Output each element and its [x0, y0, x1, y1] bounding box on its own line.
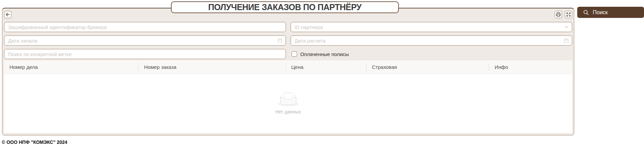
search-button-label: Поиск	[593, 9, 608, 16]
magnifier-icon	[583, 9, 589, 16]
column-header-order-number: Номер заказа	[139, 60, 286, 74]
column-header-info: Инфо	[489, 60, 572, 74]
tag-search-field-wrap	[4, 49, 286, 59]
column-header-case-number: Номер дела	[4, 60, 139, 74]
date-start-input[interactable]	[4, 35, 286, 46]
fullscreen-icon	[566, 12, 571, 17]
partner-id-select[interactable]	[291, 22, 573, 32]
calendar-icon[interactable]	[277, 38, 283, 43]
broker-id-field-wrap	[4, 22, 286, 32]
orders-table-body: Нет данных	[4, 74, 572, 133]
back-button[interactable]	[4, 11, 11, 18]
printer-icon	[556, 12, 561, 17]
date-calc-input[interactable]	[291, 35, 573, 46]
calendar-icon[interactable]	[564, 38, 569, 43]
page-title: ПОЛУЧЕНИЕ ЗАКАЗОВ ПО ПАРТНЁРУ	[208, 2, 362, 12]
main-panel: Оплаченные полисы Номер дела Номер заказ…	[2, 8, 574, 135]
tag-search-input[interactable]	[4, 49, 286, 59]
column-header-insurer: Страховая	[367, 60, 489, 74]
orders-table-header: Номер дела Номер заказа Цена Страховая И…	[4, 60, 572, 74]
orders-table: Номер дела Номер заказа Цена Страховая И…	[4, 60, 572, 133]
fullscreen-button[interactable]	[565, 11, 572, 18]
date-calc-field-wrap	[291, 35, 573, 46]
paid-policies-label[interactable]: Оплаченные полисы	[300, 51, 349, 57]
partner-id-field-wrap	[291, 22, 573, 32]
empty-box-icon	[277, 93, 299, 106]
search-button[interactable]: Поиск	[577, 7, 644, 18]
chevron-down-icon[interactable]	[564, 25, 569, 29]
print-button[interactable]	[555, 11, 562, 18]
date-start-field-wrap	[4, 35, 286, 46]
footer-copyright: © ООО НПФ "КОМЭКС" 2024	[2, 139, 67, 145]
toolbar-right-group	[555, 11, 572, 18]
column-header-price: Цена	[286, 60, 367, 74]
orders-by-partner-page: ПОЛУЧЕНИЕ ЗАКАЗОВ ПО ПАРТНЁРУ Поиск	[0, 0, 644, 156]
empty-state: Нет данных	[275, 93, 301, 114]
paid-policies-checkbox[interactable]	[292, 51, 297, 57]
page-title-plaque: ПОЛУЧЕНИЕ ЗАКАЗОВ ПО ПАРТНЁРУ	[171, 1, 399, 13]
paid-policies-field: Оплаченные полисы	[291, 49, 573, 59]
filters-form: Оплаченные полисы	[4, 22, 572, 59]
broker-id-input[interactable]	[4, 22, 286, 32]
empty-state-text: Нет данных	[275, 109, 301, 114]
arrow-left-icon	[5, 12, 10, 17]
